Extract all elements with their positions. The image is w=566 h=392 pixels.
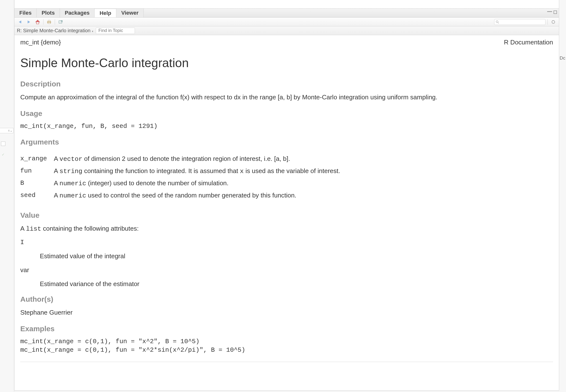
find-in-topic-input[interactable] — [96, 28, 135, 34]
back-button[interactable] — [16, 19, 24, 25]
tab-plots[interactable]: Plots — [37, 9, 60, 17]
arg-desc: A numeric (integer) used to denote the n… — [54, 179, 347, 187]
chevron-down-icon: ▾ — [92, 30, 93, 33]
value-intro: A list containing the following attribut… — [20, 224, 553, 234]
refresh-icon — [551, 20, 555, 24]
svg-marker-1 — [36, 20, 40, 22]
arg-name: seed — [20, 192, 54, 199]
examples-code: mc_int(x_range = c(0,1), fun = "x^2", B … — [20, 337, 553, 354]
function-package-label: mc_int {demo} — [20, 39, 61, 46]
svg-point-6 — [496, 21, 498, 23]
arrow-right-icon — [28, 20, 30, 23]
svg-rect-4 — [48, 22, 50, 24]
breadcrumb-dropdown[interactable]: R: Simple Monte-Carlo integration ▾ — [17, 28, 93, 33]
usage-heading: Usage — [20, 109, 553, 118]
usage-code: mc_int(x_range, fun, B, seed = 1291) — [20, 122, 553, 131]
left-gutter-box-icon[interactable] — [1, 141, 5, 146]
refresh-button[interactable] — [550, 19, 557, 25]
minimize-icon[interactable] — [547, 11, 552, 12]
arrow-left-icon — [19, 20, 21, 23]
doc-end-rule — [20, 362, 553, 362]
toolbar-separator — [547, 19, 548, 25]
examples-heading: Examples — [20, 325, 553, 333]
left-gutter-check-icon[interactable]: ✓ — [2, 153, 5, 156]
argument-row: B A numeric (integer) used to denote the… — [20, 179, 347, 187]
value-item-desc: Estimated variance of the estimator — [40, 280, 553, 288]
value-list: I Estimated value of the integral var Es… — [20, 239, 553, 288]
tab-help[interactable]: Help — [95, 9, 116, 17]
argument-row: seed A numeric used to control the seed … — [20, 192, 347, 199]
value-item-name: I — [20, 239, 553, 246]
home-icon — [35, 20, 40, 24]
help-toolbar — [15, 18, 559, 26]
top-blank-bar — [15, 0, 559, 9]
svg-rect-5 — [59, 21, 62, 23]
svg-line-7 — [498, 22, 499, 23]
forward-button[interactable] — [25, 19, 32, 25]
tab-packages[interactable]: Packages — [60, 9, 95, 17]
value-item-desc: Estimated value of the integral — [40, 252, 553, 260]
toolbar-separator — [43, 19, 44, 25]
description-text: Compute an approximation of the integral… — [20, 93, 553, 102]
arg-name: fun — [20, 167, 54, 175]
print-icon — [47, 20, 52, 24]
description-heading: Description — [20, 80, 553, 88]
arguments-table: x_range A vector of dimension 2 used to … — [20, 151, 347, 204]
left-gutter-dropdown[interactable] — [0, 128, 14, 133]
right-strip-text: Dc — [560, 56, 565, 61]
search-input[interactable] — [494, 19, 546, 25]
print-button[interactable] — [45, 19, 53, 25]
arg-name: B — [20, 179, 54, 187]
arguments-heading: Arguments — [20, 138, 553, 146]
help-pane: Files Plots Packages Help Viewer — [14, 0, 559, 391]
svg-rect-3 — [48, 20, 50, 21]
maximize-icon[interactable] — [553, 11, 557, 14]
value-item-name: var — [20, 266, 553, 274]
search-icon — [496, 20, 499, 24]
help-document[interactable]: mc_int {demo} R Documentation Simple Mon… — [15, 35, 559, 390]
open-new-window-icon — [58, 20, 63, 24]
right-strip: Dc — [559, 0, 566, 392]
r-documentation-label: R Documentation — [504, 39, 553, 46]
value-heading: Value — [20, 211, 553, 219]
breadcrumb-bar: R: Simple Monte-Carlo integration ▾ — [15, 26, 559, 35]
tab-viewer[interactable]: Viewer — [116, 9, 144, 17]
home-button[interactable] — [34, 19, 41, 25]
arg-desc: A numeric used to control the seed of th… — [54, 192, 347, 199]
author-heading: Author(s) — [20, 295, 553, 303]
arg-desc: A vector of dimension 2 used to denote t… — [54, 155, 347, 163]
breadcrumb-label: R: Simple Monte-Carlo integration — [17, 28, 90, 33]
open-new-window-button[interactable] — [57, 19, 64, 25]
tab-files[interactable]: Files — [15, 9, 37, 17]
argument-row: x_range A vector of dimension 2 used to … — [20, 155, 347, 163]
author-text: Stephane Guerrier — [20, 308, 553, 317]
page-title: Simple Monte-Carlo integration — [20, 56, 553, 70]
arg-name: x_range — [20, 155, 54, 163]
arg-desc: A string containing the function to inte… — [54, 167, 347, 175]
left-gutter: ✓ — [0, 0, 14, 392]
pane-tabbar: Files Plots Packages Help Viewer — [15, 9, 559, 18]
toolbar-separator — [55, 19, 55, 25]
argument-row: fun A string containing the function to … — [20, 167, 347, 175]
